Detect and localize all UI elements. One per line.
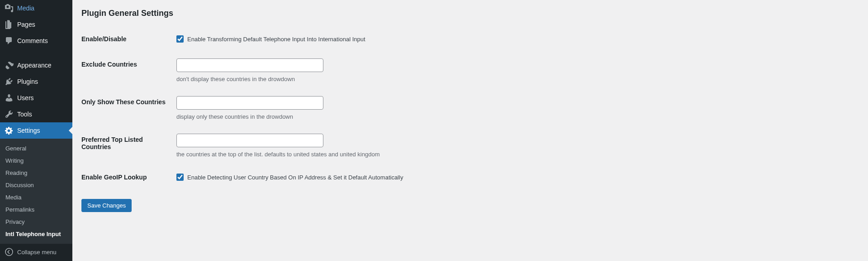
sidebar-item-label: Plugins — [17, 78, 38, 85]
sidebar-item-users[interactable]: Users — [0, 90, 72, 106]
only-desc: display only these countries in the drow… — [176, 113, 854, 120]
only-countries-input[interactable] — [176, 96, 323, 110]
exclude-countries-input[interactable] — [176, 58, 323, 72]
svg-point-0 — [5, 248, 13, 256]
field-label-only: Only Show These Countries — [81, 89, 172, 127]
sidebar-item-label: Comments — [17, 37, 48, 44]
enable-checkbox[interactable] — [176, 35, 184, 43]
submenu-item-intl-telephone-input[interactable]: Intl Telephone Input — [0, 228, 72, 240]
sidebar-item-label: Media — [17, 5, 34, 12]
submenu-item-privacy[interactable]: Privacy — [0, 216, 72, 228]
comment-icon — [5, 36, 14, 45]
sidebar-item-media[interactable]: Media — [0, 0, 72, 16]
submenu-item-discussion[interactable]: Discussion — [0, 179, 72, 191]
submenu-item-general[interactable]: General — [0, 142, 72, 155]
plugin-icon — [5, 77, 14, 86]
submenu-item-reading[interactable]: Reading — [0, 167, 72, 179]
appearance-icon — [5, 61, 14, 70]
collapse-icon — [5, 247, 14, 256]
sidebar-item-label: Tools — [17, 111, 32, 118]
settings-submenu: General Writing Reading Discussion Media… — [0, 139, 72, 244]
sidebar-item-plugins[interactable]: Plugins — [0, 73, 72, 90]
preferred-desc: the countries at the top of the list. de… — [176, 151, 854, 158]
sidebar-item-label: Appearance — [17, 62, 52, 69]
save-changes-button[interactable]: Save Changes — [81, 199, 132, 212]
media-icon — [5, 4, 14, 13]
tools-icon — [5, 110, 14, 119]
field-label-exclude: Exclude Countries — [81, 52, 172, 89]
users-icon — [5, 93, 14, 102]
collapse-label: Collapse menu — [17, 249, 57, 256]
field-label-geoip: Enable GeoIP Lookup — [81, 164, 172, 190]
field-label-preferred: Preferred Top Listed Countries — [81, 127, 172, 164]
sidebar-item-tools[interactable]: Tools — [0, 106, 72, 122]
admin-sidebar: Media Pages Comments Appearance Plugins … — [0, 0, 72, 261]
preferred-countries-input[interactable] — [176, 134, 323, 147]
page-icon — [5, 20, 14, 29]
settings-icon — [5, 126, 14, 135]
sidebar-item-label: Pages — [17, 21, 35, 28]
page-title: Plugin General Settings — [81, 5, 859, 20]
sidebar-item-appearance[interactable]: Appearance — [0, 57, 72, 73]
enable-checkbox-label: Enable Transforming Default Telephone In… — [187, 36, 365, 43]
geoip-checkbox-label: Enable Detecting User Country Based On I… — [187, 174, 403, 181]
sidebar-item-label: Users — [17, 94, 34, 102]
submenu-item-permalinks[interactable]: Permalinks — [0, 203, 72, 216]
field-label-enable: Enable/Disable — [81, 26, 172, 52]
submenu-item-media[interactable]: Media — [0, 191, 72, 203]
collapse-menu-button[interactable]: Collapse menu — [0, 244, 72, 260]
settings-form-table: Enable/Disable Enable Transforming Defau… — [81, 26, 859, 190]
exclude-desc: don't display these countries in the dro… — [176, 76, 854, 82]
sidebar-item-comments[interactable]: Comments — [0, 33, 72, 49]
sidebar-item-settings[interactable]: Settings — [0, 122, 72, 139]
sidebar-item-pages[interactable]: Pages — [0, 16, 72, 33]
geoip-checkbox[interactable] — [176, 174, 184, 181]
sidebar-item-label: Settings — [17, 127, 40, 134]
submenu-item-writing[interactable]: Writing — [0, 155, 72, 167]
main-content: Plugin General Settings Enable/Disable E… — [72, 0, 868, 261]
